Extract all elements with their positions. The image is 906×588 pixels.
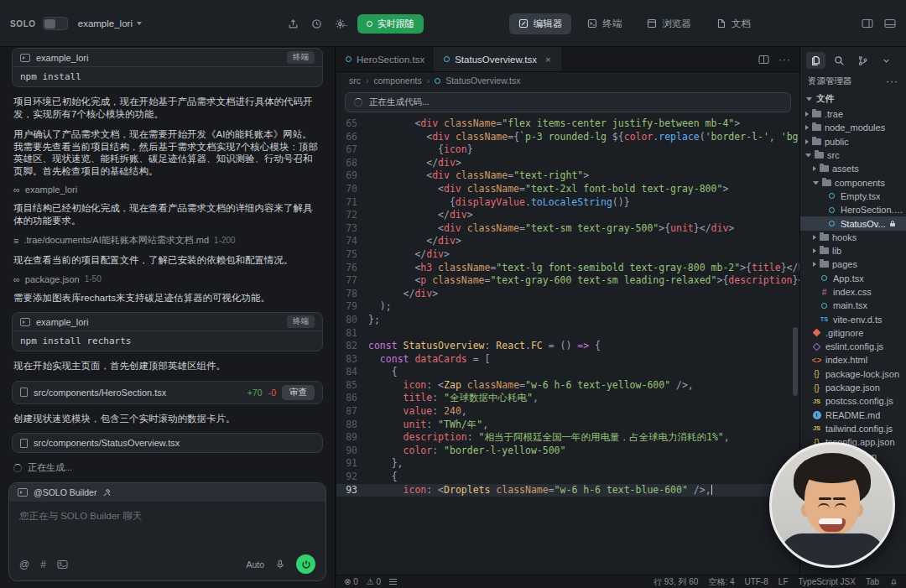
tree-item-package-lock-json[interactable]: {}package-lock.json bbox=[800, 367, 906, 381]
files-icon[interactable] bbox=[806, 52, 825, 69]
code-line[interactable]: 80}; bbox=[336, 314, 799, 327]
cursor-position[interactable]: 行 93, 列 60 bbox=[653, 576, 698, 588]
file-card[interactable]: src/components/StatusOverview.tsx bbox=[12, 433, 323, 453]
editor-tab[interactable]: StatusOverview.tsx× bbox=[435, 47, 561, 71]
microphone-icon[interactable] bbox=[275, 559, 285, 570]
editor-tab[interactable]: HeroSection.tsx bbox=[336, 47, 435, 71]
tree-item-assets[interactable]: assets bbox=[800, 162, 906, 175]
files-section-header[interactable]: 文件 bbox=[800, 91, 906, 107]
code-line[interactable]: 74 </div> bbox=[336, 235, 799, 248]
tree-item-eslint-config-js[interactable]: eslint.config.js bbox=[800, 340, 906, 353]
code-line[interactable]: 65 <div className="flex items-center jus… bbox=[336, 117, 799, 131]
code-line[interactable]: 90 color: "border-l-yellow-500" bbox=[336, 445, 799, 458]
code-line[interactable]: 86 title: "全球数据中心耗电", bbox=[336, 392, 799, 405]
reference-link[interactable]: ≡.trae/documents/AI能耗账本网站需求文档.md1-200 bbox=[13, 234, 321, 247]
code-line[interactable]: 69 <div className="text-right"> bbox=[336, 169, 799, 183]
terminal-card[interactable]: example_lori终端npm install recharts bbox=[12, 312, 323, 351]
search-icon[interactable] bbox=[830, 52, 849, 69]
code-line[interactable]: 78 </div> bbox=[336, 288, 799, 301]
breadcrumb-item[interactable]: StatusOverview.tsx bbox=[445, 75, 520, 86]
panel-icon[interactable] bbox=[389, 579, 397, 585]
image-icon[interactable] bbox=[57, 559, 68, 570]
view-tab-browser[interactable]: 浏览器 bbox=[638, 13, 700, 34]
close-icon[interactable]: × bbox=[545, 55, 551, 65]
tree-item-vite-env-d-ts[interactable]: TSvite-env.d.ts bbox=[800, 312, 906, 325]
review-button[interactable]: 审查 bbox=[282, 385, 315, 400]
breadcrumb-item[interactable]: src bbox=[349, 75, 361, 86]
tree-item-node-modules[interactable]: node_modules bbox=[800, 121, 906, 134]
source-control-icon[interactable] bbox=[853, 52, 872, 69]
breadcrumb[interactable]: src›components›StatusOverview.tsx bbox=[336, 72, 799, 89]
file-card[interactable]: src/components/HeroSection.tsx+70-0审查 bbox=[12, 381, 323, 404]
project-selector[interactable]: example_lori bbox=[78, 18, 142, 29]
tree-item-empty-tsx[interactable]: Empty.tsx bbox=[800, 190, 906, 203]
code-line[interactable]: 72 </div> bbox=[336, 209, 799, 222]
code-line[interactable]: 83 const dataCards = [ bbox=[336, 353, 799, 367]
eol[interactable]: LF bbox=[778, 577, 789, 586]
code-line[interactable]: 89 description: "相当于阿根廷全国一年的用电量，占全球电力消耗的… bbox=[336, 431, 799, 445]
panel-bottom-icon[interactable] bbox=[884, 18, 896, 29]
view-tab-editor[interactable]: 编辑器 bbox=[509, 13, 572, 34]
hash-icon[interactable]: # bbox=[40, 559, 46, 570]
code-line[interactable]: 92 { bbox=[336, 471, 799, 484]
more-actions-icon[interactable]: ··· bbox=[886, 75, 898, 87]
tree-item-index-html[interactable]: <>index.html bbox=[800, 353, 906, 367]
tree-item-src[interactable]: src bbox=[800, 148, 906, 162]
reference-link[interactable]: ∞package.json1-50 bbox=[13, 274, 321, 284]
split-editor-icon[interactable] bbox=[758, 55, 769, 65]
view-tab-terminal[interactable]: 终端 bbox=[578, 13, 631, 34]
tab-size[interactable]: Tab bbox=[866, 577, 879, 586]
tree-item-hooks[interactable]: hooks bbox=[800, 231, 906, 244]
tree-item-readme-md[interactable]: iREADME.md bbox=[800, 408, 906, 422]
code-line[interactable]: 67 {icon} bbox=[336, 143, 799, 157]
chevron-down-icon[interactable] bbox=[877, 52, 896, 69]
view-tab-doc[interactable]: 文档 bbox=[707, 13, 760, 34]
tree-item-postcss-config-js[interactable]: JSpostcss.config.js bbox=[800, 394, 906, 408]
chat-input-placeholder[interactable]: 您正在与 SOLO Builder 聊天 bbox=[9, 502, 325, 531]
send-button[interactable] bbox=[296, 554, 315, 574]
collapse-sidebar-icon[interactable]: |← bbox=[339, 18, 349, 29]
problems-warnings[interactable]: ⚠ 0 bbox=[367, 577, 381, 586]
history-icon[interactable] bbox=[311, 18, 322, 29]
code-line[interactable]: 85 icon: <Zap className="w-6 h-6 text-ye… bbox=[336, 379, 799, 393]
code-line[interactable]: 73 <div className="text-sm text-gray-500… bbox=[336, 222, 799, 236]
editor-scrollbar[interactable] bbox=[793, 327, 798, 396]
code-line[interactable]: 76 <h3 className="text-lg font-semibold … bbox=[336, 262, 799, 275]
code-line[interactable]: 84 { bbox=[336, 366, 799, 379]
code-line[interactable]: 71 {displayValue.toLocaleString()} bbox=[336, 196, 799, 210]
code-line[interactable]: 77 <p className="text-gray-600 text-sm l… bbox=[336, 274, 799, 288]
tree-item-app-tsx[interactable]: App.tsx bbox=[800, 272, 906, 285]
live-follow-badge[interactable]: 实时跟随 bbox=[357, 14, 424, 34]
code-line[interactable]: 88 unit: "TWh/年", bbox=[336, 419, 799, 432]
code-line[interactable]: 68 </div> bbox=[336, 157, 799, 170]
code-line[interactable]: 82const StatusOverview: React.FC = () =>… bbox=[336, 340, 799, 353]
terminal-card[interactable]: example_lori终端npm install bbox=[12, 48, 323, 87]
tree-item-lib[interactable]: lib bbox=[800, 244, 906, 258]
tree-item-herosection-tsx[interactable]: HeroSection.tsx bbox=[800, 203, 906, 216]
mode-selector[interactable]: Auto bbox=[246, 559, 264, 570]
mention-icon[interactable]: @ bbox=[19, 559, 29, 570]
tree-item-trae[interactable]: .trae bbox=[800, 107, 906, 121]
reference-link[interactable]: ∞example_lori bbox=[13, 185, 321, 195]
breadcrumb-item[interactable]: components bbox=[374, 75, 422, 86]
tree-item-main-tsx[interactable]: main.tsx bbox=[800, 299, 906, 312]
code-line[interactable]: 81 bbox=[336, 327, 799, 341]
indent-setting[interactable]: 空格: 4 bbox=[708, 576, 734, 588]
code-line[interactable]: 75 </div> bbox=[336, 248, 799, 262]
code-line[interactable]: 87 value: 240, bbox=[336, 405, 799, 419]
bell-icon[interactable] bbox=[889, 577, 898, 586]
code-line[interactable]: 91 }, bbox=[336, 457, 799, 471]
problems-errors[interactable]: ⊗ 0 bbox=[344, 577, 358, 586]
code-line[interactable]: 93 icon: <Droplets className="w-6 h-6 te… bbox=[336, 484, 799, 497]
code-area[interactable]: 65 <div className="flex items-center jus… bbox=[336, 117, 799, 518]
more-actions-icon[interactable]: ··· bbox=[778, 54, 791, 65]
tree-item-components[interactable]: components bbox=[800, 175, 906, 189]
tree-item-statusov[interactable]: StatusOv... bbox=[800, 216, 906, 230]
tree-item-package-json[interactable]: {}package.json bbox=[800, 381, 906, 394]
language-mode[interactable]: TypeScript JSX bbox=[799, 577, 856, 586]
code-line[interactable]: 79 ); bbox=[336, 300, 799, 314]
encoding[interactable]: UTF-8 bbox=[745, 577, 768, 586]
tree-item-pages[interactable]: pages bbox=[800, 258, 906, 271]
tree-item-tailwind-config-js[interactable]: JStailwind.config.js bbox=[800, 422, 906, 435]
code-line[interactable]: 66 <div className={`p-3 rounded-lg ${col… bbox=[336, 131, 799, 144]
